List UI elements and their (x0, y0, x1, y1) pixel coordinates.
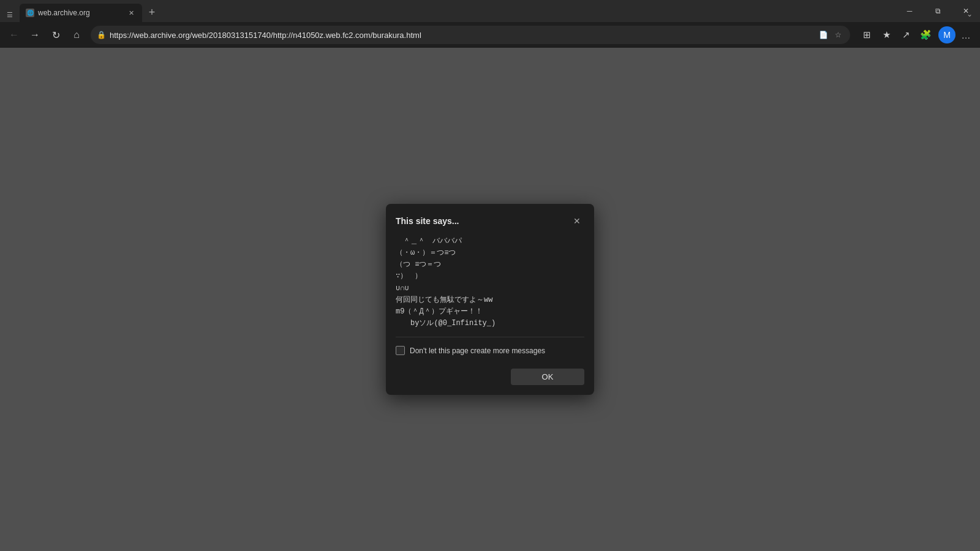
minimize-button[interactable]: ─ (895, 0, 924, 22)
restore-button[interactable]: ⧉ (924, 0, 952, 22)
address-right-icons: 📄 ☆ (817, 29, 844, 41)
sidebar-toggle-icon[interactable]: ☰ (5, 10, 15, 20)
dialog-footer: OK (386, 364, 594, 395)
dialog-header: This site says... ✕ (386, 204, 594, 236)
reader-view-icon[interactable]: 📄 (817, 29, 829, 41)
close-button[interactable]: ✕ (952, 0, 980, 22)
page-content: This site says... ✕ ＾＿＾ バババパ （・ω・）＝つ≡つ （… (0, 48, 980, 551)
extensions-button[interactable]: 🧩 (916, 26, 935, 44)
navigation-bar: ← → ↻ ⌂ 🔒 https://web.archive.org/web/20… (0, 22, 980, 48)
dialog-checkbox-row: Don't let this page create more messages (386, 337, 594, 364)
tab-favicon-icon: 🌐 (26, 9, 34, 17)
tab-bar: ☰ 🌐 web.archive.org ✕ + ⌄ ─ ⧉ ✕ (0, 0, 980, 22)
share-button[interactable]: ↗ (897, 26, 915, 44)
active-tab[interactable]: 🌐 web.archive.org ✕ (20, 4, 142, 22)
dialog-close-button[interactable]: ✕ (570, 214, 584, 228)
address-bar[interactable]: 🔒 https://web.archive.org/web/2018031315… (91, 26, 850, 44)
ok-button[interactable]: OK (511, 369, 584, 385)
dialog-box: This site says... ✕ ＾＿＾ バババパ （・ω・）＝つ≡つ （… (386, 204, 594, 395)
dialog-message: ＾＿＾ バババパ （・ω・）＝つ≡つ （つ ≡つ＝つ ∵） ） ∪∩∪ 何回同じ… (386, 236, 594, 337)
dialog-overlay: This site says... ✕ ＾＿＾ バババパ （・ω・）＝つ≡つ （… (0, 48, 980, 551)
url-text: https://web.archive.org/web/201803131517… (110, 31, 813, 40)
checkbox-label: Don't let this page create more messages (410, 347, 545, 355)
collections-button[interactable]: ⊞ (858, 26, 876, 44)
profile-button[interactable]: M (938, 26, 956, 43)
lock-icon: 🔒 (97, 31, 106, 39)
tab-bar-left-controls: ☰ (5, 10, 20, 22)
browser-window: ☰ 🌐 web.archive.org ✕ + ⌄ ─ ⧉ ✕ ← → ↻ ⌂ … (0, 0, 980, 551)
favorites-icon[interactable]: ☆ (832, 29, 844, 41)
tab-title: web.archive.org (38, 9, 123, 17)
no-more-messages-checkbox[interactable] (396, 346, 405, 355)
favorites-button[interactable]: ★ (877, 26, 895, 44)
menu-button[interactable]: … (957, 26, 975, 44)
forward-button[interactable]: → (26, 26, 44, 44)
back-button[interactable]: ← (5, 26, 23, 44)
tab-close-button[interactable]: ✕ (126, 8, 136, 18)
window-controls: ─ ⧉ ✕ (895, 0, 980, 22)
home-button[interactable]: ⌂ (67, 26, 86, 44)
dialog-title: This site says... (396, 216, 459, 226)
refresh-button[interactable]: ↻ (47, 26, 65, 44)
new-tab-button[interactable]: + (143, 4, 160, 21)
nav-right-buttons: ⊞ ★ ↗ 🧩 M … (858, 26, 975, 44)
